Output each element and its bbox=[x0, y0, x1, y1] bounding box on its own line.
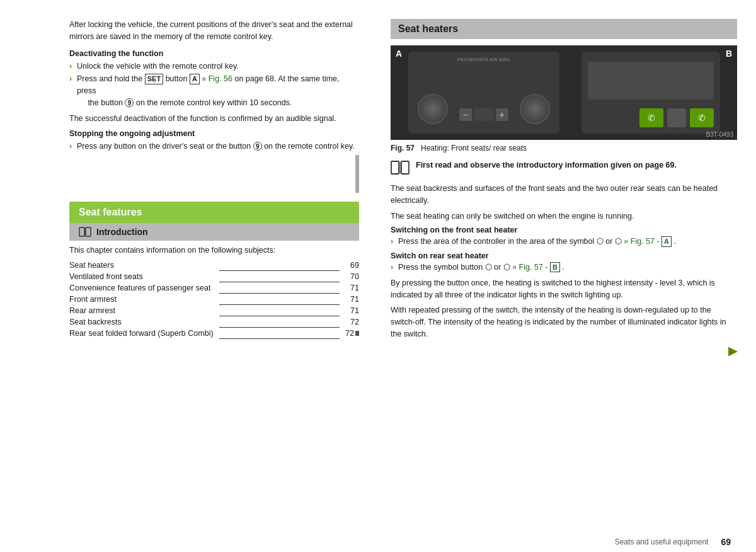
body-text-2: The seat heating can only be switched on… bbox=[391, 210, 737, 222]
toc-dots bbox=[219, 297, 340, 305]
toc-row: Ventilated front seats 70 bbox=[69, 271, 359, 282]
toc-page: 69 bbox=[342, 260, 359, 271]
middle-btn bbox=[667, 108, 686, 127]
toc-row: Rear armrest 71 bbox=[69, 305, 359, 316]
continue-arrow: ▶ bbox=[728, 345, 737, 357]
fig56-ref: » Fig. 56 bbox=[202, 74, 232, 83]
deactivating-heading: Deactivating the function bbox=[69, 49, 359, 58]
knob-left bbox=[418, 94, 448, 124]
svg-rect-3 bbox=[391, 161, 399, 174]
switching-front-heading: Switching on the front seat heater bbox=[391, 226, 737, 234]
subsection-header: Introduction bbox=[69, 223, 359, 241]
minus-btn: − bbox=[459, 108, 472, 121]
img-label-a: A bbox=[396, 49, 402, 59]
center-display bbox=[474, 108, 493, 121]
b-box: B bbox=[550, 262, 560, 272]
a-label: A bbox=[190, 74, 200, 84]
fig-caption: Fig. 57 Heating: Front seats/ rear seats bbox=[391, 144, 737, 152]
toc-row: Rear seat folded forward (Superb Combi) … bbox=[69, 328, 359, 339]
warning-box: First read and observe the introductory … bbox=[391, 158, 737, 178]
section-title: Seat features bbox=[79, 207, 142, 217]
knob-right bbox=[520, 94, 550, 124]
section-header: Seat features bbox=[69, 202, 359, 223]
toc-row: Convenience features of passenger seat 7… bbox=[69, 282, 359, 294]
toc-label: Rear armrest bbox=[69, 305, 217, 316]
dashboard-right-panel: ✆ ✆ bbox=[581, 52, 720, 134]
dashboard-left-panel: PASSENGER AIR BAG − + bbox=[408, 52, 559, 134]
toc-page: 71 bbox=[342, 294, 359, 305]
fig-number: Fig. 57 bbox=[391, 144, 415, 152]
fig57-a-ref: » Fig. 57 - A bbox=[624, 237, 672, 246]
green-btn-left: ✆ bbox=[639, 108, 663, 127]
footer-page: 69 bbox=[721, 537, 731, 547]
toc-row: Seat backrests 72 bbox=[69, 316, 359, 328]
circle-9: 9 bbox=[125, 98, 134, 107]
airbag-label: PASSENGER AIR BAG bbox=[457, 57, 510, 62]
left-column: After locking the vehicle, the current p… bbox=[0, 13, 378, 532]
set-button-label: SET bbox=[145, 74, 163, 84]
content-area: After locking the vehicle, the current p… bbox=[0, 0, 756, 532]
display-screen bbox=[588, 62, 714, 100]
toc-dots bbox=[219, 286, 340, 294]
green-btn-right: ✆ bbox=[690, 108, 714, 127]
svg-rect-1 bbox=[86, 227, 91, 236]
toc-label: Convenience features of passenger seat bbox=[69, 282, 217, 294]
svg-rect-4 bbox=[401, 161, 409, 174]
toc-dots bbox=[219, 331, 340, 339]
stopping-bullet: Press any button on the driver's seat or… bbox=[69, 141, 359, 152]
car-image: A B PASSENGER AIR BAG − + bbox=[391, 45, 737, 140]
seat-heaters-title: Seat heaters bbox=[398, 23, 458, 34]
toc-page: 72 bbox=[342, 316, 359, 328]
toc-dots bbox=[219, 275, 340, 282]
bullet-press-set: Press and hold the SET button A » Fig. 5… bbox=[69, 73, 359, 108]
img-label-b: B bbox=[726, 49, 732, 59]
toc-label: Seat heaters bbox=[69, 260, 217, 271]
svg-rect-0 bbox=[79, 227, 84, 236]
bullet-unlock: Unlock the vehicle with the remote contr… bbox=[69, 60, 359, 72]
a-box: A bbox=[662, 236, 672, 246]
toc-row: Front armrest 71 bbox=[69, 294, 359, 305]
fig-caption-text: Heating: Front seats/ rear seats bbox=[421, 144, 527, 152]
stopping-heading: Stopping the ongoing adjustment bbox=[69, 129, 359, 138]
body-text-1: The seat backrests and surfaces of the f… bbox=[391, 183, 737, 207]
switch-rear-heading: Switch on rear seat heater bbox=[391, 251, 737, 260]
phone-icon: ✆ bbox=[648, 113, 655, 123]
toc-page: 71 bbox=[342, 282, 359, 294]
toc-label: Ventilated front seats bbox=[69, 271, 217, 282]
right-column: Seat heaters A B PASSENGER AIR BAG − + bbox=[378, 13, 756, 532]
fig57-b-ref: » Fig. 57 - B bbox=[512, 263, 560, 272]
subsection-title: Introduction bbox=[96, 227, 148, 237]
circle-remote: 9 bbox=[253, 142, 262, 151]
green-buttons: ✆ ✆ bbox=[639, 108, 714, 127]
phone-end-icon: ✆ bbox=[698, 113, 706, 123]
body-text-4: With repeated pressing of the switch, th… bbox=[391, 304, 737, 340]
toc-row: Seat heaters 69 bbox=[69, 260, 359, 271]
toc-dots bbox=[219, 309, 340, 316]
switching-front-bullet: Press the area of the controller in the … bbox=[391, 236, 737, 248]
toc-page: 72 bbox=[342, 328, 359, 339]
dash-center-controls: − + bbox=[459, 108, 508, 121]
toc-page: 70 bbox=[342, 271, 359, 282]
book-icon bbox=[79, 227, 91, 237]
toc-page: 71 bbox=[342, 305, 359, 316]
plus-btn: + bbox=[496, 108, 508, 121]
toc-table: Seat heaters 69 Ventilated front seats 7… bbox=[69, 260, 359, 339]
intro-paragraph: After locking the vehicle, the current p… bbox=[69, 19, 359, 43]
toc-dots bbox=[219, 320, 340, 328]
toc-label: Front armrest bbox=[69, 294, 217, 305]
toc-label: Rear seat folded forward (Superb Combi) bbox=[69, 328, 217, 339]
warning-text: First read and observe the introductory … bbox=[416, 160, 677, 171]
seat-heaters-box: Seat heaters bbox=[391, 19, 737, 39]
body-text-3: By pressing the button once, the heating… bbox=[391, 277, 737, 301]
switch-rear-bullet: Press the symbol button ⬡ or ⬡ » Fig. 57… bbox=[391, 262, 737, 273]
warning-book-icon bbox=[391, 160, 410, 175]
scroll-indicator-top bbox=[355, 155, 359, 193]
footer: Seats and useful equipment 69 bbox=[0, 532, 756, 552]
chapter-intro: This chapter contains information on the… bbox=[69, 246, 359, 255]
image-code: B3T-0493 bbox=[706, 131, 733, 138]
toc-label: Seat backrests bbox=[69, 316, 217, 328]
confirmation-text: The successful deactivation of the funct… bbox=[69, 113, 359, 125]
footer-label: Seats and useful equipment bbox=[615, 538, 709, 546]
toc-scroll-indicator bbox=[355, 331, 359, 336]
toc-dots bbox=[219, 263, 340, 271]
